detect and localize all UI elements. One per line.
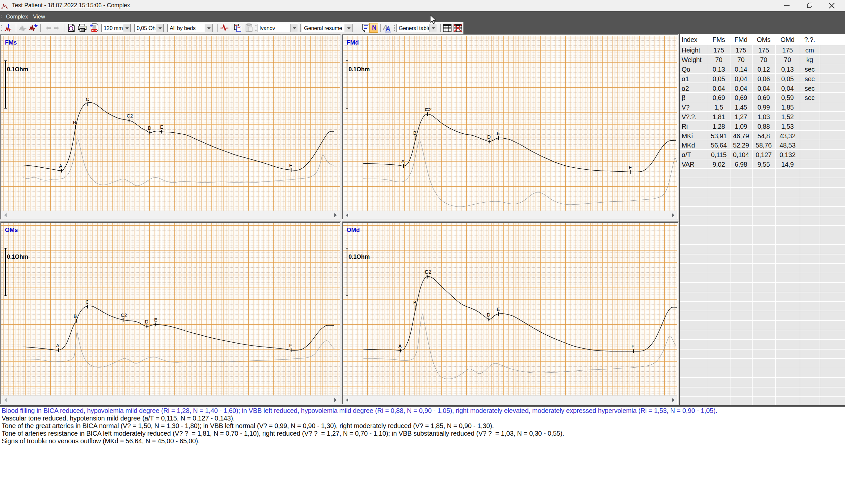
svg-text:OMs: OMs [5, 227, 18, 233]
svg-text:B: B [413, 300, 417, 305]
svg-text:A: A [59, 163, 62, 169]
svg-text:B: B [74, 313, 77, 319]
svg-text:0.1Ohm: 0.1Ohm [348, 66, 370, 73]
svg-text:C: C [86, 299, 89, 305]
svg-text:E: E [160, 124, 163, 130]
svg-text:D: D [145, 319, 148, 324]
svg-text:E: E [154, 317, 158, 322]
svg-text:C: C [86, 97, 89, 102]
svg-text:A: A [385, 25, 390, 32]
svg-text:C2: C2 [426, 107, 432, 112]
svg-text:A: A [398, 343, 402, 348]
svg-text:0.1Ohm: 0.1Ohm [348, 253, 370, 260]
svg-text:D: D [148, 125, 151, 131]
svg-text:OMd: OMd [346, 227, 360, 233]
svg-text:0.1Ohm: 0.1Ohm [7, 66, 28, 73]
svg-text:FMs: FMs [5, 39, 17, 46]
svg-text:F: F [289, 163, 292, 168]
svg-text:A: A [401, 159, 405, 164]
svg-text:A: A [56, 343, 59, 348]
svg-text:E: E [497, 131, 500, 136]
svg-text:PDF: PDF [92, 29, 97, 32]
svg-text:C2: C2 [425, 269, 431, 275]
svg-text:F: F [289, 343, 292, 348]
svg-text:0.1Ohm: 0.1Ohm [7, 253, 28, 260]
svg-text:C2: C2 [121, 312, 127, 318]
svg-text:B: B [73, 120, 76, 125]
svg-text:C2: C2 [127, 113, 133, 119]
svg-text:FMd: FMd [346, 39, 359, 46]
svg-text:D: D [487, 134, 490, 140]
svg-text:B: B [413, 130, 417, 136]
svg-text:D: D [487, 312, 490, 318]
svg-text:E: E [497, 307, 500, 312]
svg-text:F: F [629, 165, 632, 170]
svg-text:F: F [631, 344, 634, 349]
